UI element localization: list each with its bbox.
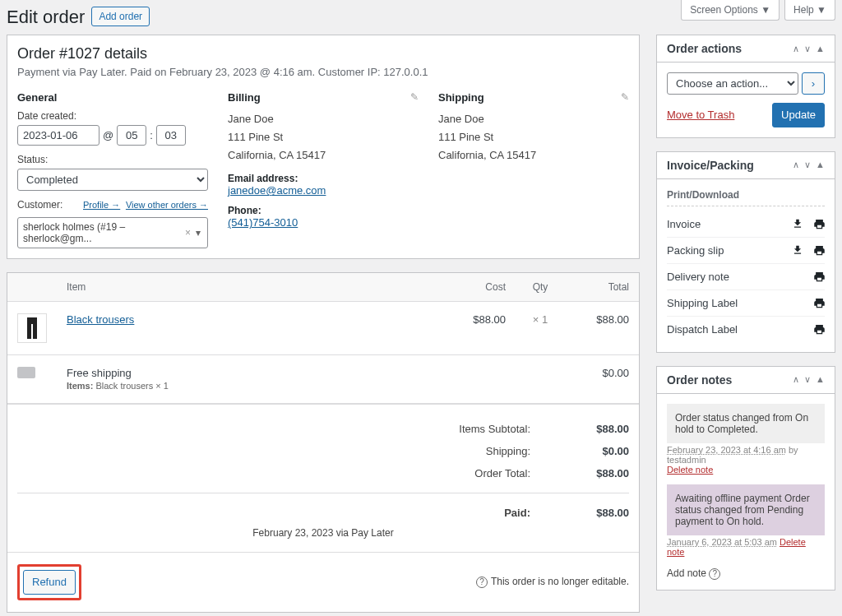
move-down-icon[interactable]: ∨ <box>804 160 811 170</box>
order-note: Awaiting offline payment Order status ch… <box>667 484 825 535</box>
move-down-icon[interactable]: ∨ <box>804 374 811 385</box>
shipping-row: Free shipping Items: Black trousers × 1 … <box>7 355 639 404</box>
billing-heading: Billing <box>228 91 419 104</box>
print-row-invoice: Invoice <box>667 211 825 238</box>
order-note: Order status changed from On hold to Com… <box>667 404 825 443</box>
download-icon[interactable] <box>792 218 803 229</box>
billing-email-link[interactable]: janedoe@acme.com <box>228 184 326 197</box>
print-row-shippinglabel: Shipping Label <box>667 290 825 317</box>
move-up-icon[interactable]: ∧ <box>793 160 799 170</box>
clear-customer-icon[interactable]: × <box>182 227 194 239</box>
order-details-box: Order #1027 details Payment via Pay Late… <box>7 35 640 259</box>
col-item: Item <box>57 273 450 302</box>
print-row-packingslip: Packing slip <box>667 238 825 264</box>
line-item-row: Black trousers $88.00 × 1 $88.00 <box>7 302 639 355</box>
page-title: Edit order <box>7 7 85 28</box>
collapse-icon[interactable]: ▲ <box>816 160 825 170</box>
truck-icon <box>17 367 35 378</box>
move-up-icon[interactable]: ∧ <box>793 374 799 385</box>
chevron-down-icon[interactable]: ▾ <box>194 227 202 239</box>
order-notes-box: Order notes ∧∨▲ Order status changed fro… <box>656 366 835 591</box>
hour-input[interactable] <box>117 125 146 146</box>
info-icon: ? <box>476 577 488 588</box>
edit-shipping-icon[interactable]: ✎ <box>621 91 629 103</box>
delete-note-link[interactable]: Delete note <box>667 465 713 475</box>
line-items-box: Item Cost Qty Total Black trousers $88.0… <box>7 272 640 613</box>
profile-link[interactable]: Profile → <box>83 200 120 210</box>
print-row-dispatchlabel: Dispatch Label <box>667 317 825 342</box>
printer-icon[interactable] <box>813 323 825 335</box>
date-created-label: Date created: <box>17 110 208 122</box>
date-input[interactable] <box>17 125 99 146</box>
collapse-icon[interactable]: ▲ <box>816 44 825 54</box>
shipping-heading: Shipping <box>438 91 629 104</box>
invoice-packing-box: Invoice/Packing ∧∨▲ Print/Download Invoi… <box>656 151 835 353</box>
order-action-select[interactable]: Choose an action... <box>667 72 798 95</box>
printer-icon[interactable] <box>813 244 825 256</box>
add-order-button[interactable]: Add order <box>91 7 150 26</box>
customer-label: Customer: <box>17 199 62 211</box>
move-to-trash-link[interactable]: Move to Trash <box>667 109 734 121</box>
printer-icon[interactable] <box>813 218 825 229</box>
view-orders-link[interactable]: View other orders → <box>126 200 208 210</box>
general-heading: General <box>17 91 208 104</box>
update-button[interactable]: Update <box>772 103 825 127</box>
edit-billing-icon[interactable]: ✎ <box>410 91 419 103</box>
paid-via-text: February 23, 2023 via Pay Later <box>17 527 629 539</box>
execute-action-button[interactable]: › <box>802 72 825 95</box>
product-link[interactable]: Black trousers <box>67 313 134 326</box>
screen-options-tab[interactable]: Screen Options ▼ <box>681 0 780 21</box>
collapse-icon[interactable]: ▲ <box>816 374 825 385</box>
col-cost: Cost <box>450 273 516 302</box>
help-tab[interactable]: Help ▼ <box>784 0 835 21</box>
add-note-label: Add note ? <box>667 567 724 579</box>
info-icon: ? <box>709 568 720 580</box>
status-select[interactable]: Completed <box>17 169 208 191</box>
print-row-deliverynote: Delivery note <box>667 264 825 290</box>
order-title: Order #1027 details <box>17 45 629 63</box>
product-thumb-icon <box>17 313 47 343</box>
minute-input[interactable] <box>156 125 186 146</box>
order-subtitle: Payment via Pay Later. Paid on February … <box>17 66 629 78</box>
order-actions-box: Order actions ∧∨▲ Choose an action... › … <box>656 35 835 138</box>
col-total: Total <box>565 273 639 302</box>
status-label: Status: <box>17 154 208 165</box>
billing-address: Jane Doe 111 Pine St California, CA 1541… <box>228 110 419 164</box>
move-up-icon[interactable]: ∧ <box>793 44 799 54</box>
billing-phone-link[interactable]: (541)754-3010 <box>228 216 298 229</box>
printer-icon[interactable] <box>813 297 825 308</box>
download-icon[interactable] <box>792 244 803 256</box>
move-down-icon[interactable]: ∨ <box>804 44 811 54</box>
printer-icon[interactable] <box>813 271 825 282</box>
shipping-address: Jane Doe 111 Pine St California, CA 1541… <box>438 110 629 164</box>
customer-select[interactable]: sherlock holmes (#19 – sherlock@gm... × … <box>17 217 208 248</box>
not-editable-text: ?This order is no longer editable. <box>476 576 629 588</box>
refund-button[interactable]: Refund <box>23 570 76 595</box>
col-qty: Qty <box>516 273 565 302</box>
